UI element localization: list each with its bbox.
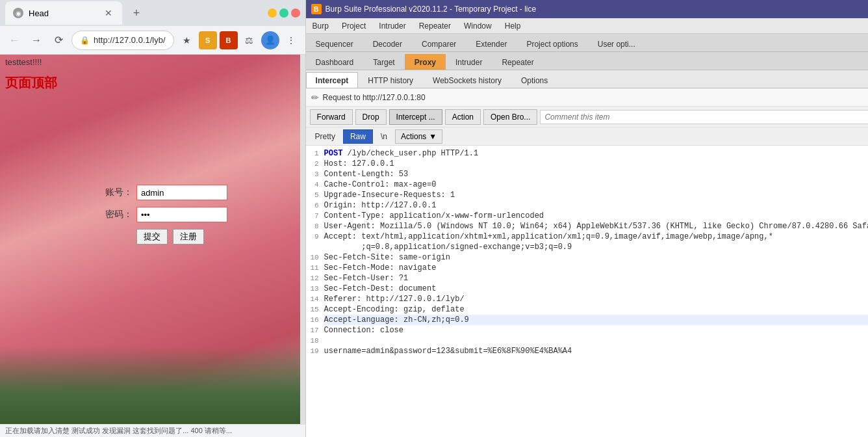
menu-button[interactable]: ⋮	[282, 31, 300, 49]
http-line-19: 19 username=admin&password=123&submit=%E…	[306, 346, 868, 356]
subtab-intercept[interactable]: Intercept	[306, 72, 359, 88]
tab-target[interactable]: Target	[363, 54, 404, 70]
username-input[interactable]	[136, 185, 227, 200]
http-line-9: 9 Accept: text/html,application/xhtml+xm…	[306, 232, 868, 252]
password-input[interactable]	[136, 207, 227, 222]
browser-panel: ◉ Head ✕ + ← → ⟳ 🔒 http://127.0.0.1/lyb/…	[0, 0, 306, 437]
forward-button[interactable]: →	[27, 31, 45, 49]
http-line-11: 11 Sec-Fetch-Mode: navigate	[306, 263, 868, 273]
http-line-14: 14 Referer: http://127.0.0.1/lyb/	[306, 294, 868, 304]
menu-intruder[interactable]: Intruder	[372, 18, 412, 33]
intercept-button[interactable]: Intercept ...	[389, 109, 442, 125]
menu-help[interactable]: Help	[498, 18, 528, 33]
lock-icon: 🔒	[80, 36, 90, 45]
http-line-6: 6 Origin: http://127.0.0.1	[306, 200, 868, 211]
http-line-10: 10 Sec-Fetch-Site: same-origin	[306, 252, 868, 263]
page-test-text: testtest!!!!	[5, 57, 42, 67]
extension1-button[interactable]: S	[199, 31, 217, 49]
subtab-websockets-history[interactable]: WebSockets history	[423, 72, 511, 88]
username-label: 账号：	[104, 187, 133, 198]
format-tabs-bar: Pretty Raw \n Actions ▼	[306, 127, 868, 146]
scroll-indicator[interactable]	[300, 55, 305, 424]
tab-repeater[interactable]: Repeater	[492, 54, 543, 70]
toolbar-icons: ★ S B ⚖ 👤 ⋮	[178, 31, 300, 49]
action-buttons-bar: Forward Drop Intercept ... Action Open B…	[306, 107, 868, 127]
menu-burp[interactable]: Burp	[306, 18, 335, 33]
back-button[interactable]: ←	[5, 31, 23, 49]
tab-close-button[interactable]: ✕	[103, 7, 114, 19]
tab-user-options[interactable]: User opti...	[588, 36, 645, 51]
http-line-8: 8 User-Agent: Mozilla/5.0 (Windows NT 10…	[306, 221, 868, 232]
browser-tab[interactable]: ◉ Head ✕	[5, 1, 122, 25]
raw-tab[interactable]: Raw	[343, 129, 373, 144]
pretty-tab[interactable]: Pretty	[310, 129, 340, 144]
drop-button[interactable]: Drop	[355, 109, 387, 125]
tab-sequencer[interactable]: Sequencer	[306, 36, 363, 51]
burp-logo-icon: B	[311, 4, 322, 14]
reload-button[interactable]: ⟳	[49, 31, 68, 49]
tab-extender[interactable]: Extender	[466, 36, 517, 51]
http-line-1: 1 POST /lyb/check_user.php HTTP/1.1	[306, 148, 868, 159]
tab-decoder[interactable]: Decoder	[363, 36, 412, 51]
menu-window[interactable]: Window	[457, 18, 498, 33]
submit-button[interactable]: 提交	[136, 229, 168, 245]
tab-favicon-icon: ◉	[13, 8, 23, 18]
bookmark-star-button[interactable]: ★	[178, 31, 196, 49]
subtab-http-history[interactable]: HTTP history	[358, 72, 423, 88]
menu-project[interactable]: Project	[335, 18, 372, 33]
username-row: 账号：	[104, 185, 227, 200]
forward-button[interactable]: Forward	[310, 109, 353, 125]
browser-statusbar: 正在加载请加入清楚 测试成功 发现漏洞 这套找到问题了... 400 请稍等..…	[0, 424, 305, 437]
new-tab-button[interactable]: +	[127, 4, 146, 22]
tab-comparer[interactable]: Comparer	[412, 36, 466, 51]
open-browser-button[interactable]: Open Bro...	[483, 109, 537, 125]
close-button[interactable]	[291, 8, 300, 18]
tab-proxy[interactable]: Proxy	[405, 54, 446, 70]
browser-content: testtest!!!! 页面顶部 账号： 密码： 提交 注册	[0, 55, 305, 424]
actions-dropdown[interactable]: Actions ▼	[395, 129, 442, 144]
password-label: 密码：	[104, 209, 133, 220]
menu-repeater[interactable]: Repeater	[413, 18, 457, 33]
tab-title: Head	[29, 8, 49, 18]
login-form: 账号： 密码： 提交 注册	[104, 185, 227, 245]
browser-toolbar: ← → ⟳ 🔒 http://127.0.0.1/lyb/ ★ S B ⚖ 👤 …	[0, 26, 305, 55]
http-line-12: 12 Sec-Fetch-User: ?1	[306, 273, 868, 284]
http-line-5: 5 Upgrade-Insecure-Requests: 1	[306, 190, 868, 200]
extension2-button[interactable]: B	[220, 31, 238, 49]
pencil-icon: ✏	[311, 92, 319, 103]
password-row: 密码：	[104, 207, 227, 222]
register-button[interactable]: 注册	[173, 229, 204, 245]
newline-tab[interactable]: \n	[376, 129, 392, 144]
http-line-4: 4 Cache-Control: max-age=0	[306, 179, 868, 190]
comment-input[interactable]	[540, 110, 868, 124]
http-content[interactable]: 1 POST /lyb/check_user.php HTTP/1.1 2 Ho…	[306, 146, 868, 437]
tab-project-options[interactable]: Project options	[517, 36, 587, 51]
tab-intruder[interactable]: Intruder	[446, 54, 492, 70]
form-buttons: 提交 注册	[136, 229, 227, 245]
action-button[interactable]: Action	[445, 109, 481, 125]
extension3-button[interactable]: ⚖	[240, 31, 259, 49]
http-line-18: 18	[306, 336, 868, 346]
trees-overlay	[0, 346, 305, 424]
http-line-7: 7 Content-Type: application/x-www-form-u…	[306, 211, 868, 221]
profile-button[interactable]: 👤	[261, 31, 279, 49]
burp-tabs-row2: Dashboard Target Proxy Intruder Repeater	[306, 52, 868, 70]
window-controls	[268, 8, 300, 18]
http-line-3: 3 Content-Length: 53	[306, 169, 868, 179]
burp-title: Burp Suite Professional v2020.11.2 - Tem…	[326, 5, 537, 14]
url-text: http://127.0.0.1/lyb/	[94, 35, 166, 45]
maximize-button[interactable]	[279, 8, 288, 18]
minimize-button[interactable]	[268, 8, 277, 18]
request-info-bar: ✏ Request to http://127.0.0.1:80	[306, 88, 868, 107]
burp-menubar: Burp Project Intruder Repeater Window He…	[306, 18, 868, 34]
request-info-text: Request to http://127.0.0.1:80	[323, 93, 426, 102]
tab-dashboard[interactable]: Dashboard	[306, 54, 364, 70]
http-line-2: 2 Host: 127.0.0.1	[306, 159, 868, 169]
address-bar[interactable]: 🔒 http://127.0.0.1/lyb/	[71, 31, 174, 50]
burp-panel: B Burp Suite Professional v2020.11.2 - T…	[306, 0, 868, 437]
http-line-15: 15 Accept-Encoding: gzip, deflate	[306, 304, 868, 315]
http-line-13: 13 Sec-Fetch-Dest: document	[306, 284, 868, 294]
page-title: 页面顶部	[5, 74, 57, 92]
subtab-options[interactable]: Options	[511, 72, 557, 88]
browser-titlebar: ◉ Head ✕ +	[0, 0, 305, 26]
